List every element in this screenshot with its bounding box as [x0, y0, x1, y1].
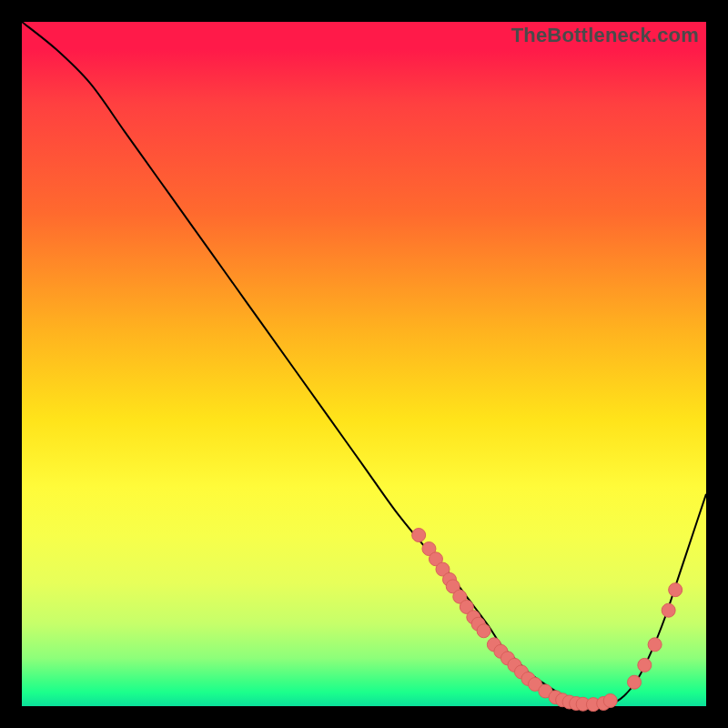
data-dot	[638, 658, 652, 672]
data-dot	[662, 603, 675, 617]
curve-svg	[22, 22, 706, 706]
data-dot	[412, 529, 426, 542]
data-dot	[669, 583, 682, 597]
data-dot	[628, 675, 642, 689]
chart-frame: TheBottleneck.com	[22, 22, 706, 706]
data-dots-group	[412, 529, 682, 712]
data-dot	[603, 693, 617, 707]
data-dot	[477, 624, 490, 638]
bottleneck-curve	[22, 22, 706, 705]
data-dot	[648, 638, 662, 652]
